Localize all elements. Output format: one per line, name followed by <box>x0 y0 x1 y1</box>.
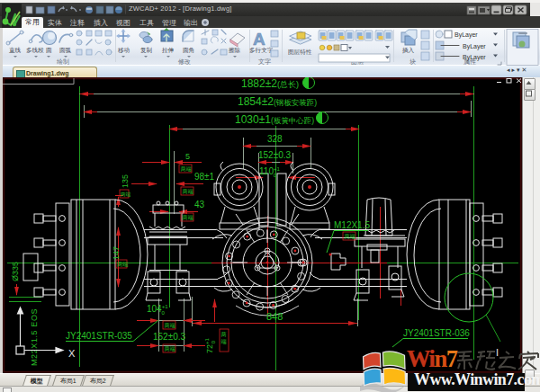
svg-text:Ø335: Ø335 <box>11 262 20 281</box>
svg-text:JY2401STR-036: JY2401STR-036 <box>403 328 470 338</box>
svg-text:M22X1.5 EOS: M22X1.5 EOS <box>30 308 39 366</box>
svg-text:43: 43 <box>194 200 205 209</box>
svg-text:104+10: 104+10 <box>147 304 168 316</box>
svg-text:135: 135 <box>121 174 130 188</box>
svg-text:152±0.3: 152±0.3 <box>153 332 186 342</box>
svg-text:ByLayer: ByLayer <box>463 54 486 61</box>
svg-text:A: A <box>253 30 266 49</box>
svg-text:ByLayer: ByLayer <box>454 31 478 39</box>
svg-text:两端: 两端 <box>165 322 176 328</box>
svg-text:两端: 两端 <box>165 345 176 352</box>
svg-text:两端: 两端 <box>117 261 128 267</box>
svg-text:X: X <box>68 348 76 359</box>
svg-text:1030±1(板簧中心距): 1030±1(板簧中心距) <box>235 113 314 126</box>
svg-text:两: 两 <box>221 331 227 337</box>
svg-text:两端: 两端 <box>183 214 194 220</box>
svg-text:端: 端 <box>221 338 227 344</box>
svg-text:328: 328 <box>267 134 283 144</box>
svg-text:ByLayer: ByLayer <box>463 43 486 50</box>
svg-text:72+10: 72+10 <box>204 337 216 353</box>
svg-text:1882±2(总长): 1882±2(总长) <box>241 77 299 90</box>
svg-text:98±1: 98±1 <box>194 172 215 182</box>
svg-text:JY2401STR-035: JY2401STR-035 <box>66 331 132 341</box>
svg-text:147: 147 <box>112 246 121 260</box>
svg-text:两端: 两端 <box>345 233 356 239</box>
svg-text:两端: 两端 <box>181 165 192 172</box>
svg-text:848: 848 <box>266 311 283 322</box>
svg-text:M12X1.5: M12X1.5 <box>334 220 370 230</box>
svg-text:1854±2(钢板安装距): 1854±2(钢板安装距) <box>238 95 317 108</box>
svg-text:两端: 两端 <box>121 192 131 197</box>
svg-text:两端: 两端 <box>183 188 194 194</box>
svg-text:5: 5 <box>185 152 190 161</box>
svg-text:152±0.3: 152±0.3 <box>258 150 292 160</box>
